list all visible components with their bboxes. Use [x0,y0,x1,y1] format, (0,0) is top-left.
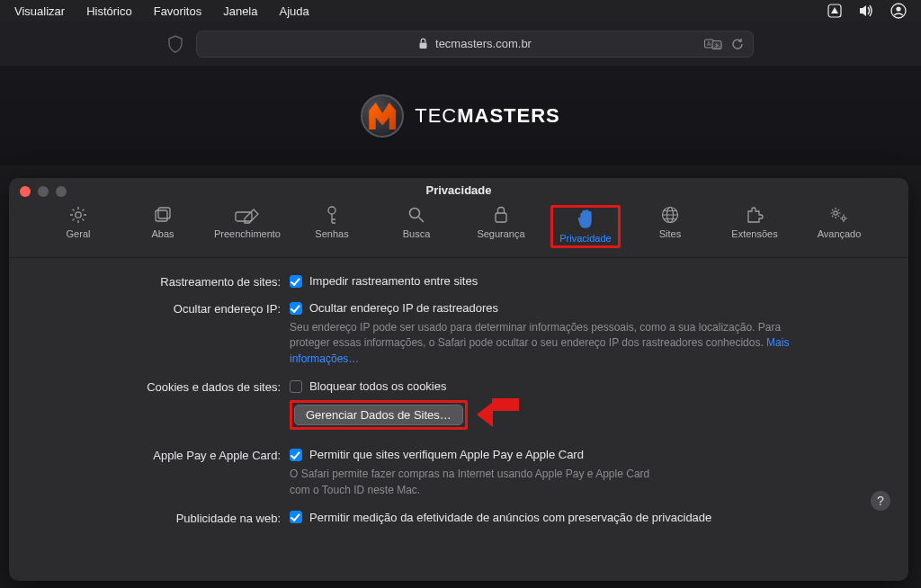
row-applepay-label: Apple Pay e Apple Card: [45,448,290,462]
status-triangle-icon[interactable] [827,4,842,18]
row-cookies-label: Cookies e dados de sites: [45,379,290,394]
preferences-title: Privacidade [9,183,908,197]
page-header: TECMASTERS [0,67,921,165]
row-applepay: Apple Pay e Apple Card: Permitir que sit… [45,448,872,498]
reload-icon[interactable] [731,38,744,50]
search-icon [407,205,425,225]
checkbox-label-hide-ip: Ocultar endereço IP de rastreadores [309,301,498,315]
svg-rect-3 [420,43,427,49]
lock-icon [418,38,428,49]
row-hide-ip: Ocultar endereço IP: Ocultar endereço IP… [45,301,872,367]
gear-icon [68,205,88,225]
row-tracking: Rastreamento de sites: Impedir rastreame… [45,274,872,289]
tab-extensoes[interactable]: Extensões [720,205,790,248]
row-tracking-label: Rastreamento de sites: [45,274,290,289]
row-hide-ip-label: Ocultar endereço IP: [45,301,290,316]
menu-historico[interactable]: Histórico [86,4,132,18]
row-cookies: Cookies e dados de sites: Bloquear todos… [45,379,872,430]
volume-icon[interactable] [858,4,874,18]
checkbox-block-all-cookies[interactable] [290,380,302,393]
row-ads: Publicidade na web: Permitir medição da … [45,511,872,525]
url-bar[interactable]: tecmasters.com.br Aあ [196,31,754,58]
checkbox-label-applepay: Permitir que sites verifiquem Apple Pay … [309,448,584,461]
menu-janela[interactable]: Janela [223,4,257,18]
translate-icon[interactable]: Aあ [704,38,722,50]
svg-point-13 [410,209,420,218]
svg-point-2 [896,6,900,11]
checkbox-label-ads: Permitir medição da efetividade de anúnc… [309,511,711,524]
tab-abas[interactable]: Abas [128,205,198,248]
tab-privacidade[interactable]: Privacidade [550,205,621,248]
minimize-window-button[interactable] [38,186,49,197]
svg-rect-10 [158,208,170,218]
checkbox-label-tracking: Impedir rastreamento entre sites [309,274,478,288]
tab-seguranca[interactable]: Segurança [466,205,536,248]
tab-geral[interactable]: Geral [43,205,113,248]
key-icon [324,205,340,225]
tecmasters-logo-text: TECMASTERS [415,104,560,128]
checkbox-applepay[interactable] [290,449,302,461]
tab-senhas[interactable]: Senhas [297,205,367,248]
menu-favoritos[interactable]: Favoritos [154,4,201,18]
preferences-tabs: Geral Abas Preenchimento Senhas Busca Se… [9,201,908,258]
annotation-arrow-icon [477,402,519,427]
menu-ajuda[interactable]: Ajuda [279,4,308,18]
privacy-shield-icon[interactable] [167,35,183,53]
browser-toolbar: tecmasters.com.br Aあ [0,22,921,67]
checkbox-ad-measurement[interactable] [290,511,302,523]
system-menubar: Visualizar Histórico Favoritos Janela Aj… [0,0,921,22]
checkbox-prevent-cross-site-tracking[interactable] [290,275,302,288]
tabs-icon [153,205,173,225]
row-ads-label: Publicidade na web: [45,511,290,525]
checkbox-label-block-cookies: Bloquear todos os cookies [309,379,446,393]
svg-rect-9 [156,210,167,221]
svg-text:あ: あ [714,41,720,49]
help-button[interactable]: ? [871,491,890,511]
tab-busca[interactable]: Busca [381,205,452,248]
svg-point-17 [834,211,837,215]
applepay-description: O Safari permite fazer compras na Intern… [290,467,667,498]
manage-website-data-button[interactable]: Gerenciar Dados de Sites… [294,405,463,425]
tab-preenchimento[interactable]: Preenchimento [212,205,282,248]
zoom-window-button[interactable] [56,186,67,197]
svg-rect-14 [496,213,506,222]
tab-avancado[interactable]: Avançado [804,205,874,248]
puzzle-icon [745,205,765,225]
tecmasters-logo-icon [361,94,404,138]
globe-icon [660,205,680,225]
svg-point-12 [328,207,335,214]
svg-text:A: A [707,40,711,47]
url-domain: tecmasters.com.br [435,37,532,50]
hand-privacy-icon [577,209,595,229]
advanced-gears-icon [828,205,850,225]
lock-icon [493,205,509,225]
autofill-pencil-icon [234,205,261,225]
checkbox-hide-ip[interactable] [290,302,302,315]
tab-sites[interactable]: Sites [635,205,705,248]
menu-visualizar[interactable]: Visualizar [14,4,65,18]
svg-point-8 [76,212,81,218]
hide-ip-description: Seu endereço IP pode ser usado para dete… [290,320,793,367]
user-account-icon[interactable] [890,3,907,19]
svg-point-18 [842,217,845,220]
preferences-body: Rastreamento de sites: Impedir rastreame… [9,258,908,525]
preferences-titlebar: Privacidade [9,178,908,201]
window-controls [20,186,67,197]
close-window-button[interactable] [20,186,31,197]
preferences-window: Privacidade Geral Abas Preenchimento Sen… [9,178,908,581]
